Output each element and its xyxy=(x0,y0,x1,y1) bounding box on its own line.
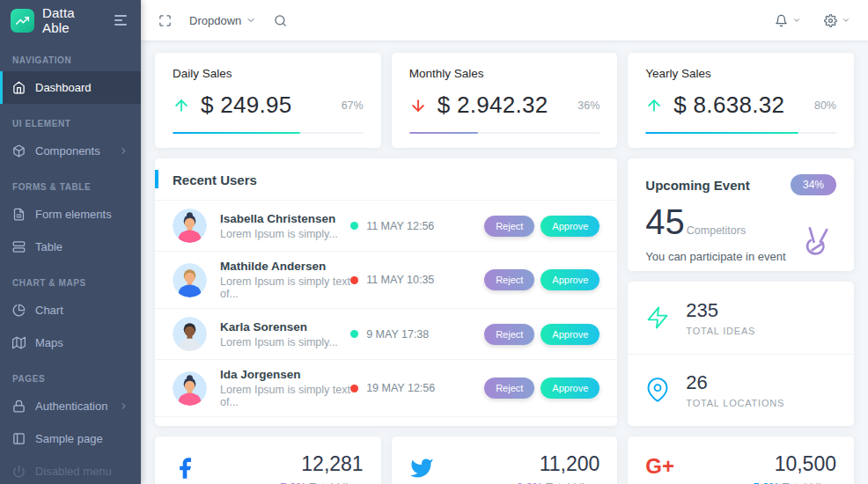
gear-icon xyxy=(824,14,837,27)
sidebar: Datta Able NAVIGATION Dashboard UI ELEME… xyxy=(0,0,141,484)
sidebar-item-label: Disabled menu xyxy=(35,465,129,478)
table-row[interactable]: Albert Andersen Lorem Ipsum is simply du… xyxy=(155,417,617,426)
user-timestamp: 11 MAY 10:35 xyxy=(366,274,434,286)
pie-chart-icon xyxy=(12,304,26,317)
daily-sales-card: Daily Sales $ 249.95 67% xyxy=(155,53,381,148)
googleplus-icon: G+ xyxy=(645,456,674,477)
stat-label: TOTAL IDEAS xyxy=(686,326,755,336)
user-description: Lorem Ipsum is simply text of... xyxy=(220,384,350,408)
sidebar-item-dashboard[interactable]: Dashboard xyxy=(0,71,141,104)
nav-caption-navigation: NAVIGATION xyxy=(0,40,141,71)
social-percent: +5.9% xyxy=(747,480,779,484)
table-icon xyxy=(12,240,26,253)
maximize-icon xyxy=(158,14,172,27)
arrow-up-icon xyxy=(645,97,663,114)
stat-value: 26 xyxy=(686,371,784,394)
status-dot xyxy=(350,222,358,230)
googleplus-card: G+ 10,500 +5.9% Total Likes xyxy=(628,436,854,484)
brand-name[interactable]: Datta Able xyxy=(42,5,103,35)
header-dropdown[interactable]: Dropdown xyxy=(189,14,256,27)
sidebar-item-sample-page[interactable]: Sample page xyxy=(0,422,141,455)
facebook-card: 12,281 +7.2% Total Likes xyxy=(155,436,381,484)
competitors-count: 45 xyxy=(645,204,685,239)
nav-caption-ui-element: UI ELEMENT xyxy=(0,104,141,135)
user-timestamp: 9 MAY 17:38 xyxy=(366,328,429,341)
user-description: Lorem Ipsum is simply... xyxy=(220,228,350,240)
reject-button[interactable]: Reject xyxy=(484,378,534,399)
map-icon xyxy=(12,336,26,349)
top-header: Dropdown xyxy=(141,0,868,40)
box-icon xyxy=(12,144,26,158)
approve-button[interactable]: Approve xyxy=(541,324,600,345)
sidebar-item-label: Maps xyxy=(35,336,129,349)
sales-percent: 67% xyxy=(342,99,364,112)
approve-button[interactable]: Approve xyxy=(541,378,600,399)
social-caption: Total Likes xyxy=(546,480,600,484)
sales-value: $ 8.638.32 xyxy=(673,92,814,119)
search-icon xyxy=(274,14,287,27)
fullscreen-button[interactable] xyxy=(158,14,172,27)
dropdown-label: Dropdown xyxy=(189,14,241,27)
chevron-down-icon xyxy=(792,16,801,25)
sidebar-item-form-elements[interactable]: Form elements xyxy=(0,198,141,231)
sidebar-item-table[interactable]: Table xyxy=(0,231,141,263)
event-title: Upcoming Event xyxy=(645,178,749,193)
progress-bar xyxy=(173,132,364,134)
sidebar-item-label: Components xyxy=(35,144,109,158)
settings-menu[interactable] xyxy=(824,14,850,27)
approve-button[interactable]: Approve xyxy=(541,269,600,290)
user-name: Mathilde Andersen xyxy=(220,260,350,273)
chevron-right-icon xyxy=(119,146,129,156)
totals-card: 235 TOTAL IDEAS 26 TOTAL LOCATIONS xyxy=(628,282,854,426)
social-percent: +6.2% xyxy=(510,480,542,484)
recent-users-title: Recent Users xyxy=(173,172,600,187)
event-percent-badge: 34% xyxy=(791,174,836,195)
user-name: Albert Andersen xyxy=(220,425,350,426)
reject-button[interactable]: Reject xyxy=(484,216,534,237)
table-row[interactable]: Karla Sorensen Lorem Ipsum is simply... … xyxy=(155,309,617,360)
social-percent: +7.2% xyxy=(274,480,306,484)
chevron-right-icon xyxy=(119,401,129,411)
progress-fill xyxy=(645,132,798,134)
arrow-up-icon xyxy=(173,97,190,114)
avatar xyxy=(173,263,207,297)
sales-value: $ 2.942.32 xyxy=(438,92,578,119)
user-name: Ida Jorgensen xyxy=(220,368,350,381)
sidebar-item-label: Sample page xyxy=(35,432,129,445)
card-title: Yearly Sales xyxy=(645,67,836,80)
sidebar-item-maps[interactable]: Maps xyxy=(0,326,141,359)
status-dot xyxy=(350,385,358,392)
card-title: Monthly Sales xyxy=(409,67,600,80)
reject-button[interactable]: Reject xyxy=(484,269,534,290)
facebook-icon xyxy=(173,456,197,480)
table-row[interactable]: Ida Jorgensen Lorem Ipsum is simply text… xyxy=(155,360,617,417)
sidebar-item-components[interactable]: Components xyxy=(0,135,141,167)
avatar xyxy=(173,209,207,243)
status-dot xyxy=(350,276,358,284)
yearly-sales-card: Yearly Sales $ 8.638.32 80% xyxy=(628,53,854,148)
progress-fill xyxy=(173,132,300,134)
sidebar-item-disabled-menu: Disabled menu xyxy=(0,455,141,484)
sales-value: $ 249.95 xyxy=(201,92,342,119)
social-count: 11,200 xyxy=(434,452,600,476)
upcoming-event-card: Upcoming Event 34% 45 Competitors You ca… xyxy=(628,158,854,271)
table-row[interactable]: Mathilde Andersen Lorem Ipsum is simply … xyxy=(155,252,617,309)
brand-logo-icon[interactable] xyxy=(11,9,34,33)
trending-up-icon xyxy=(16,14,29,27)
approve-button[interactable]: Approve xyxy=(541,216,600,237)
chevron-down-icon xyxy=(246,15,256,26)
reject-button[interactable]: Reject xyxy=(484,324,534,345)
sidebar-item-authentication[interactable]: Authentication xyxy=(0,390,141,422)
notifications-menu[interactable] xyxy=(775,14,801,27)
twitter-icon xyxy=(409,456,434,480)
table-row[interactable]: Isabella Christensen Lorem Ipsum is simp… xyxy=(155,201,617,252)
social-caption: Total Likes xyxy=(783,480,836,484)
layout-icon xyxy=(12,432,26,445)
search-button[interactable] xyxy=(274,14,287,27)
nav-caption-pages: PAGES xyxy=(0,359,141,390)
chevron-down-icon xyxy=(842,16,850,25)
menu-toggle-icon[interactable] xyxy=(111,11,130,29)
sales-percent: 80% xyxy=(814,99,836,112)
progress-bar xyxy=(645,132,836,134)
sidebar-item-chart[interactable]: Chart xyxy=(0,294,141,326)
